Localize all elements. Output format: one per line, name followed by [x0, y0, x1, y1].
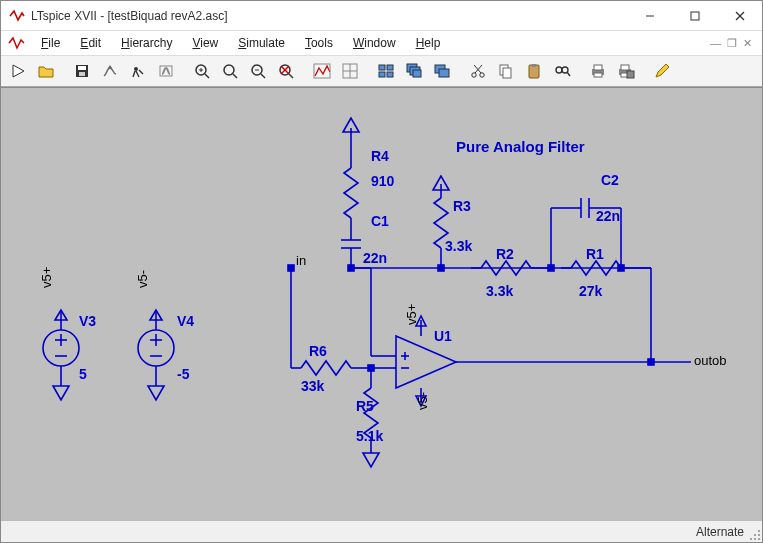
svg-rect-30 — [387, 72, 393, 77]
minimize-button[interactable] — [627, 1, 672, 30]
window-controls — [627, 1, 762, 30]
svg-rect-7 — [79, 72, 85, 76]
zoom-in-button[interactable] — [189, 58, 215, 84]
svg-rect-49 — [594, 73, 602, 77]
titlebar: LTspice XVII - [testBiquad revA2.asc] — [1, 1, 762, 31]
svg-rect-33 — [413, 70, 421, 77]
svg-rect-118 — [618, 265, 624, 271]
zoom-out-button[interactable] — [245, 58, 271, 84]
ref-V4[interactable]: V4 — [177, 313, 194, 329]
pencil-button[interactable] — [649, 58, 675, 84]
svg-rect-35 — [439, 69, 449, 77]
find-button[interactable] — [549, 58, 575, 84]
open-button[interactable] — [33, 58, 59, 84]
tile-button[interactable] — [373, 58, 399, 84]
val-R6[interactable]: 33k — [301, 378, 324, 394]
menubar: File Edit Hierarchy View Simulate Tools … — [1, 31, 762, 55]
cut-button[interactable] — [465, 58, 491, 84]
svg-line-15 — [233, 74, 237, 78]
close-button[interactable] — [717, 1, 762, 30]
svg-marker-77 — [363, 453, 379, 467]
mdi-restore-button[interactable]: ❐ — [727, 37, 737, 50]
svg-point-122 — [750, 538, 752, 540]
svg-line-39 — [474, 65, 481, 73]
svg-point-36 — [472, 73, 476, 77]
val-R3[interactable]: 3.3k — [445, 238, 472, 254]
halt-button[interactable] — [153, 58, 179, 84]
menu-edit[interactable]: Edit — [72, 34, 109, 52]
menu-hierarchy[interactable]: Hierarchy — [113, 34, 180, 52]
cascade-button[interactable] — [401, 58, 427, 84]
svg-marker-68 — [148, 386, 164, 400]
maximize-button[interactable] — [672, 1, 717, 30]
net-v5p-1[interactable]: v5+ — [39, 267, 54, 288]
copy-button[interactable] — [493, 58, 519, 84]
schematic-icon — [7, 34, 25, 52]
svg-line-38 — [475, 65, 482, 73]
net-v5n-2[interactable]: v5- — [415, 392, 430, 410]
paste-button[interactable] — [521, 58, 547, 84]
svg-line-11 — [205, 74, 209, 78]
setup-button[interactable] — [337, 58, 363, 84]
schematic-canvas[interactable]: Pure Analog Filter R4 910 C1 22n R3 3.3k… — [1, 87, 762, 520]
val-R5[interactable]: 5.1k — [356, 428, 383, 444]
net-out[interactable]: outob — [694, 353, 727, 368]
zoom-fit-button[interactable] — [273, 58, 299, 84]
ref-R3[interactable]: R3 — [453, 198, 471, 214]
ref-R1[interactable]: R1 — [586, 246, 604, 262]
net-v5p-2[interactable]: v5+ — [404, 304, 419, 325]
resize-grip-icon[interactable] — [749, 529, 761, 541]
mdi-minimize-button[interactable]: — — [710, 37, 721, 50]
window-title: LTspice XVII - [testBiquad revA2.asc] — [31, 9, 627, 23]
svg-rect-6 — [78, 66, 86, 70]
ref-C2[interactable]: C2 — [601, 172, 619, 188]
svg-rect-43 — [532, 64, 536, 67]
menu-help[interactable]: Help — [408, 34, 449, 52]
ref-R6[interactable]: R6 — [309, 343, 327, 359]
val-C2[interactable]: 22n — [596, 208, 620, 224]
run-button[interactable] — [125, 58, 151, 84]
schematic-title[interactable]: Pure Analog Filter — [456, 138, 585, 155]
control-panel-button[interactable] — [97, 58, 123, 84]
net-v5n-1[interactable]: v5- — [135, 270, 150, 288]
svg-rect-1 — [691, 12, 699, 20]
zoom-pan-button[interactable] — [217, 58, 243, 84]
toolbar — [1, 55, 762, 87]
svg-marker-4 — [13, 65, 24, 77]
print-setup-button[interactable] — [613, 58, 639, 84]
svg-line-17 — [261, 74, 265, 78]
close-all-button[interactable] — [429, 58, 455, 84]
menu-view[interactable]: View — [184, 34, 226, 52]
svg-rect-27 — [379, 65, 385, 70]
menu-tools[interactable]: Tools — [297, 34, 341, 52]
val-R2[interactable]: 3.3k — [486, 283, 513, 299]
svg-point-44 — [556, 67, 562, 73]
app-icon — [9, 8, 25, 24]
ref-C1[interactable]: C1 — [371, 213, 389, 229]
mdi-close-button[interactable]: ✕ — [743, 37, 752, 50]
print-button[interactable] — [585, 58, 611, 84]
val-V3[interactable]: 5 — [79, 366, 87, 382]
svg-point-119 — [758, 530, 760, 532]
ref-R2[interactable]: R2 — [496, 246, 514, 262]
ref-V3[interactable]: V3 — [79, 313, 96, 329]
val-R1[interactable]: 27k — [579, 283, 602, 299]
autorange-button[interactable] — [309, 58, 335, 84]
menu-file[interactable]: File — [33, 34, 68, 52]
ref-R5[interactable]: R5 — [356, 398, 374, 414]
ref-U1[interactable]: U1 — [434, 328, 452, 344]
val-V4[interactable]: -5 — [177, 366, 189, 382]
save-button[interactable] — [69, 58, 95, 84]
menu-simulate[interactable]: Simulate — [230, 34, 293, 52]
app-window: LTspice XVII - [testBiquad revA2.asc] Fi… — [0, 0, 763, 543]
net-in[interactable]: in — [296, 253, 306, 268]
val-R4[interactable]: 910 — [371, 173, 394, 189]
svg-point-121 — [758, 534, 760, 536]
svg-point-123 — [754, 538, 756, 540]
svg-point-14 — [224, 65, 234, 75]
menu-window[interactable]: Window — [345, 34, 404, 52]
val-C1[interactable]: 22n — [363, 250, 387, 266]
svg-point-124 — [758, 538, 760, 540]
ref-R4[interactable]: R4 — [371, 148, 389, 164]
new-schematic-button[interactable] — [5, 58, 31, 84]
